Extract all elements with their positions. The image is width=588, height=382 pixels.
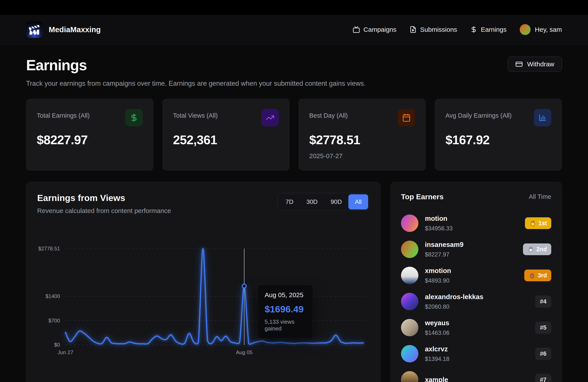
dollar-icon bbox=[470, 26, 477, 33]
stat-card: Total Views (All)252,361 bbox=[162, 99, 290, 170]
earner-amount: $2060.80 bbox=[425, 303, 529, 310]
mediamaxxing-logo-icon bbox=[26, 21, 43, 38]
file-play-icon bbox=[409, 26, 417, 33]
chart-area[interactable]: $0$700$1400$2778.51Jun 27Aug 05 Aug 05, … bbox=[37, 226, 369, 359]
earner-amount: $4893.90 bbox=[425, 277, 518, 284]
tooltip-views: 5,133 views gained bbox=[265, 318, 306, 332]
list-item[interactable]: xample#7 bbox=[401, 367, 551, 382]
y-axis-tick: $2778.51 bbox=[38, 246, 60, 252]
range-button-all[interactable]: All bbox=[348, 194, 368, 210]
y-axis-tick: $1400 bbox=[45, 293, 60, 299]
stat-value: $2778.51 bbox=[309, 132, 415, 147]
time-range-selector: 7D30D90DAll bbox=[278, 193, 369, 211]
nav-items: CampaignsSubmissionsEarnings bbox=[353, 26, 506, 33]
rank-label: 1st bbox=[538, 220, 547, 227]
withdraw-button[interactable]: Withdraw bbox=[508, 57, 562, 72]
top-earners-title: Top Earners bbox=[401, 192, 444, 201]
stat-value: $167.92 bbox=[445, 132, 551, 147]
range-button-7d[interactable]: 7D bbox=[279, 194, 300, 210]
nav-item-submissions[interactable]: Submissions bbox=[409, 26, 457, 33]
avatar bbox=[401, 293, 418, 310]
earner-name: insanesam9 bbox=[425, 241, 516, 249]
stat-sub: 2025-07-27 bbox=[309, 152, 415, 160]
user-greeting: Hey, sam bbox=[535, 26, 562, 33]
earner-info: insanesam9$8227.97 bbox=[425, 241, 516, 258]
stat-label: Avg Daily Earnings (All) bbox=[445, 109, 512, 119]
user-avatar bbox=[520, 24, 531, 35]
trending-up-icon bbox=[261, 109, 279, 127]
stat-card: Best Day (All)$2778.512025-07-27 bbox=[298, 99, 426, 170]
stat-value: 252,361 bbox=[173, 132, 279, 147]
rank-badge: #4 bbox=[535, 296, 551, 308]
tv-icon bbox=[353, 26, 360, 33]
list-item[interactable]: weyaus$1463.06#5 bbox=[401, 315, 551, 341]
list-item[interactable]: xmotion$4893.903rd bbox=[401, 262, 551, 288]
rank-badge: 1st bbox=[525, 217, 551, 229]
earner-name: motion bbox=[425, 215, 518, 223]
earner-info: weyaus$1463.06 bbox=[425, 319, 529, 336]
brand[interactable]: MediaMaxxing bbox=[26, 21, 101, 38]
chart-tooltip: Aug 05, 2025 $1696.49 5,133 views gained bbox=[257, 285, 313, 339]
y-axis-tick: $0 bbox=[54, 342, 60, 348]
earner-name: axlcrvz bbox=[425, 345, 529, 353]
earner-name: alexandros-lekkas bbox=[425, 293, 529, 301]
avatar bbox=[401, 241, 418, 258]
tooltip-amount: $1696.49 bbox=[265, 304, 306, 315]
rank-label: 2nd bbox=[536, 246, 547, 253]
credit-card-icon bbox=[515, 61, 523, 68]
chart-subtitle: Revenue calculated from content performa… bbox=[37, 207, 171, 214]
main-content: Earnings Withdraw Track your earnings fr… bbox=[0, 44, 588, 382]
x-axis-tick: Aug 05 bbox=[236, 349, 252, 355]
x-axis-tick: Jun 27 bbox=[58, 349, 73, 355]
list-item[interactable]: insanesam9$8227.972nd bbox=[401, 236, 551, 262]
stat-card: Avg Daily Earnings (All)$167.92 bbox=[435, 99, 562, 170]
earner-info: axlcrvz$1394.18 bbox=[425, 345, 529, 362]
chart-title: Earnings from Views bbox=[37, 193, 171, 203]
range-button-30d[interactable]: 30D bbox=[300, 194, 324, 210]
rank-badge: #7 bbox=[535, 374, 551, 382]
medal-bronze-icon bbox=[529, 272, 536, 279]
earner-name: xample bbox=[425, 376, 529, 382]
top-earners-period: All Time bbox=[529, 193, 551, 200]
avatar bbox=[401, 371, 418, 382]
avatar bbox=[401, 267, 418, 284]
nav-item-label: Campaigns bbox=[363, 26, 397, 33]
earnings-chart-card: Earnings from Views Revenue calculated f… bbox=[26, 182, 380, 382]
nav-item-campaigns[interactable]: Campaigns bbox=[353, 26, 397, 33]
stat-card: Total Earnings (All)$8227.97 bbox=[26, 99, 153, 170]
earner-name: xmotion bbox=[425, 267, 518, 275]
rank-badge: 3rd bbox=[524, 270, 551, 281]
top-black-strip bbox=[0, 0, 588, 15]
nav-item-label: Earnings bbox=[481, 26, 506, 33]
earner-info: xample bbox=[425, 376, 529, 382]
rank-label: #6 bbox=[540, 350, 546, 357]
earner-amount: $34956.33 bbox=[425, 225, 518, 232]
stat-label: Total Earnings (All) bbox=[37, 109, 90, 119]
nav-item-earnings[interactable]: Earnings bbox=[470, 26, 506, 33]
page-title: Earnings bbox=[26, 57, 87, 74]
earner-amount: $1394.18 bbox=[425, 356, 529, 362]
brand-name: MediaMaxxing bbox=[49, 25, 101, 34]
y-axis-tick: $700 bbox=[48, 318, 60, 323]
rank-badge: 2nd bbox=[523, 243, 551, 255]
user-menu[interactable]: Hey, sam bbox=[520, 24, 562, 35]
nav-item-label: Submissions bbox=[420, 26, 457, 33]
stats-row: Total Earnings (All)$8227.97Total Views … bbox=[26, 99, 562, 170]
calendar-icon bbox=[398, 109, 415, 127]
earner-info: xmotion$4893.90 bbox=[425, 267, 518, 284]
earner-info: motion$34956.33 bbox=[425, 215, 518, 232]
dollar-icon bbox=[125, 109, 143, 127]
highlight-point bbox=[242, 284, 246, 288]
withdraw-label: Withdraw bbox=[527, 61, 554, 68]
stat-label: Best Day (All) bbox=[309, 109, 348, 119]
rank-label: #7 bbox=[540, 377, 546, 382]
medal-silver-icon bbox=[527, 246, 534, 253]
page-subtitle: Track your earnings from campaigns over … bbox=[26, 80, 562, 87]
stat-label: Total Views (All) bbox=[173, 109, 218, 119]
earner-amount: $8227.97 bbox=[425, 251, 516, 258]
list-item[interactable]: motion$34956.331st bbox=[401, 210, 551, 236]
main-nav: CampaignsSubmissionsEarnings Hey, sam bbox=[353, 24, 562, 35]
list-item[interactable]: alexandros-lekkas$2060.80#4 bbox=[401, 288, 551, 315]
range-button-90d[interactable]: 90D bbox=[324, 194, 348, 210]
list-item[interactable]: axlcrvz$1394.18#6 bbox=[401, 341, 551, 367]
